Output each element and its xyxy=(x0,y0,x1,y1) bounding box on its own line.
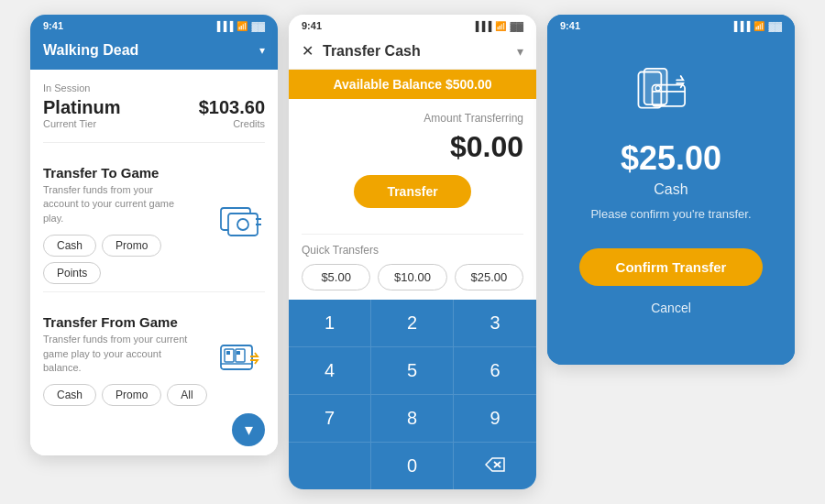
screen3-time: 9:41 xyxy=(560,20,580,31)
transfer-to-cash-btn[interactable]: Cash xyxy=(43,235,96,257)
screen2-time: 9:41 xyxy=(302,20,322,31)
cancel-link[interactable]: Cancel xyxy=(651,301,691,315)
numpad-6[interactable]: 6 xyxy=(454,347,536,395)
transfer-confirmation-icon xyxy=(634,62,708,117)
svg-rect-1 xyxy=(228,214,258,236)
chevron-down-icon: ▾ xyxy=(245,420,253,440)
transfer-to-section: Transfer To Game Transfer funds from you… xyxy=(43,156,265,292)
screen2-status-icons: ▐▐▐ 📶 ▓▓ xyxy=(472,21,523,31)
quick-btn-25[interactable]: $25.00 xyxy=(455,264,523,290)
signal-icon: ▐▐▐ xyxy=(472,21,491,31)
numpad-0[interactable]: 0 xyxy=(371,443,454,489)
transfer-to-info: Transfer To Game Transfer funds from you… xyxy=(43,165,215,284)
numpad-3[interactable]: 3 xyxy=(454,300,536,347)
battery-icon: ▓▓ xyxy=(768,21,782,31)
tier-sub: Current Tier xyxy=(43,118,120,129)
credits-amount: $103.60 xyxy=(199,97,265,118)
transfer-to-promo-btn[interactable]: Promo xyxy=(102,235,161,257)
transfer-to-title: Transfer To Game xyxy=(43,165,215,181)
numpad-5[interactable]: 5 xyxy=(371,347,454,395)
transfer-from-info: Transfer From Game Transfer funds from y… xyxy=(43,314,215,406)
transfer-to-desc: Transfer funds from your account to your… xyxy=(43,183,190,225)
transfer-from-section: Transfer From Game Transfer funds from y… xyxy=(43,305,265,443)
screen3-body: $25.00 Cash Please confirm you're transf… xyxy=(547,35,795,365)
screen1-phone: 9:41 ▐▐▐ 📶 ▓▓ Walking Dead ▾ In Session … xyxy=(30,15,278,455)
numpad-1[interactable]: 1 xyxy=(289,300,371,347)
screen2-header-title: Transfer Cash xyxy=(323,43,508,60)
quick-label: Quick Transfers xyxy=(302,244,523,257)
transfer-from-all-btn[interactable]: All xyxy=(167,384,206,406)
in-session-label: In Session xyxy=(43,82,265,93)
svg-rect-9 xyxy=(236,351,240,355)
credits-label: Credits xyxy=(199,118,265,129)
quick-btn-5[interactable]: $5.00 xyxy=(302,264,370,290)
numpad-backspace[interactable] xyxy=(454,443,536,489)
tier-row: Platinum Current Tier $103.60 Credits xyxy=(43,97,265,143)
screen3-phone: 9:41 ▐▐▐ 📶 ▓▓ xyxy=(547,15,795,365)
screen3-status-bar: 9:41 ▐▐▐ 📶 ▓▓ xyxy=(547,15,795,35)
screen1-status-bar: 9:41 ▐▐▐ 📶 ▓▓ xyxy=(30,15,278,35)
transfer-to-icon xyxy=(215,206,265,243)
available-balance-bar: Available Balance $500.00 xyxy=(289,70,536,99)
wifi-icon: 📶 xyxy=(754,21,764,31)
quick-btns-group: $5.00 $10.00 $25.00 xyxy=(302,264,523,290)
transfer-from-btn-group: Cash Promo All xyxy=(43,384,215,406)
tier-info: Platinum Current Tier xyxy=(43,97,120,129)
signal-icon: ▐▐▐ xyxy=(731,21,750,31)
battery-icon: ▓▓ xyxy=(251,21,265,31)
transfer-from-cash-btn[interactable]: Cash xyxy=(43,384,96,406)
quick-transfers-section: Quick Transfers $5.00 $10.00 $25.00 xyxy=(289,235,536,300)
screen2-phone: 9:41 ▐▐▐ 📶 ▓▓ ✕ Transfer Cash ▾ Availabl… xyxy=(289,15,536,489)
signal-icon: ▐▐▐ xyxy=(214,21,233,31)
battery-icon: ▓▓ xyxy=(510,21,523,31)
amount-display: $0.00 xyxy=(302,130,523,164)
credits-info: $103.60 Credits xyxy=(199,97,265,129)
svg-rect-8 xyxy=(226,351,230,355)
confirm-transfer-button[interactable]: Confirm Transfer xyxy=(579,248,763,286)
transfer-button[interactable]: Transfer xyxy=(354,175,470,208)
screen1-header[interactable]: Walking Dead ▾ xyxy=(30,35,278,70)
transfer-to-points-btn[interactable]: Points xyxy=(43,262,101,284)
transfer-from-icon xyxy=(215,342,265,378)
amount-section: Amount Transferring $0.00 Transfer xyxy=(289,99,536,234)
wifi-icon: 📶 xyxy=(495,21,506,31)
numpad-2[interactable]: 2 xyxy=(371,300,454,347)
numpad-4[interactable]: 4 xyxy=(289,347,371,395)
amount-label: Amount Transferring xyxy=(302,112,523,125)
numpad-empty xyxy=(289,443,371,489)
numpad-9[interactable]: 9 xyxy=(454,395,536,443)
screen1-body: In Session Platinum Current Tier $103.60… xyxy=(30,70,278,455)
transfer-from-title: Transfer From Game xyxy=(43,314,215,330)
screen3-amount: $25.00 xyxy=(621,139,721,178)
screen1-status-icons: ▐▐▐ 📶 ▓▓ xyxy=(214,21,265,31)
screen2-header: ✕ Transfer Cash ▾ xyxy=(289,35,536,70)
screen1-time: 9:41 xyxy=(43,20,63,31)
numpad-8[interactable]: 8 xyxy=(371,395,454,443)
screen3-status-icons: ▐▐▐ 📶 ▓▓ xyxy=(731,21,782,31)
screen3-confirm-desc: Please confirm you're transfer. xyxy=(590,207,751,221)
transfer-from-desc: Transfer funds from your current game pl… xyxy=(43,333,190,375)
numpad-7[interactable]: 7 xyxy=(289,395,371,443)
screen3-cash-label: Cash xyxy=(654,181,688,198)
quick-btn-10[interactable]: $10.00 xyxy=(378,264,446,290)
wifi-icon: 📶 xyxy=(236,21,248,31)
tier-name: Platinum xyxy=(43,97,120,118)
chevron-down-icon: ▾ xyxy=(259,44,265,57)
close-button[interactable]: ✕ xyxy=(302,42,314,60)
screen2-status-bar: 9:41 ▐▐▐ 📶 ▓▓ xyxy=(289,15,536,35)
transfer-to-btn-group: Cash Promo Points xyxy=(43,235,215,284)
numpad: 1 2 3 4 5 6 7 8 9 0 xyxy=(289,300,536,489)
screen1-header-title: Walking Dead xyxy=(43,42,138,59)
chevron-down-icon: ▾ xyxy=(517,44,523,59)
transfer-from-promo-btn[interactable]: Promo xyxy=(102,384,161,406)
